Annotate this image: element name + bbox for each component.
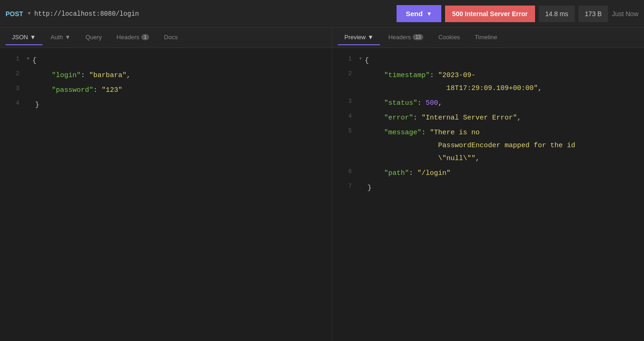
line-number-1: 1 (6, 54, 19, 62)
line-content-3: "password": "123" (35, 84, 326, 97)
tab-query[interactable]: Query (79, 30, 108, 45)
size-badge: 173 B (578, 6, 608, 22)
method-dropdown-arrow[interactable]: ▼ (28, 11, 30, 16)
tab-response-headers-badge: 13 (413, 34, 423, 40)
resp-line-num-7: 7 (338, 182, 352, 190)
tab-json[interactable]: JSON ▼ (6, 30, 42, 45)
send-dropdown-arrow: ▼ (427, 11, 432, 17)
line-number-4: 4 (6, 99, 19, 107)
tab-auth[interactable]: Auth ▼ (44, 30, 78, 45)
right-tab-bar: Preview ▼ Headers 13 Cookies Timeline (332, 28, 644, 48)
resp-arrow-4 (359, 112, 365, 119)
timing-badge: 14.8 ms (539, 6, 575, 22)
resp-line-3: 3 "status": 500, (332, 96, 644, 111)
resp-line-5: 5 "message": "There is no PasswordEncode… (332, 126, 644, 166)
line-number-3: 3 (6, 84, 19, 92)
tab-preview-arrow: ▼ (367, 34, 373, 41)
resp-content-3: "status": 500, (367, 97, 638, 110)
resp-line-1: 1 ▼ { (332, 54, 644, 68)
code-line-3: 3 "password": "123" (0, 83, 332, 98)
resp-collapse-arrow-1[interactable]: ▼ (359, 54, 362, 61)
request-body-editor[interactable]: 1 ▼ { 2 "login": "barbara", 3 (0, 48, 332, 341)
resp-arrow-6 (359, 167, 365, 174)
code-line-4: 4 } (0, 98, 332, 113)
line-content-2: "login": "barbara", (35, 69, 326, 82)
right-panel: Preview ▼ Headers 13 Cookies Timeline 1 … (332, 28, 644, 341)
resp-line-4: 4 "error": "Internal Server Error", (332, 111, 644, 126)
tab-preview-label: Preview (344, 34, 366, 41)
status-code: 500 (452, 10, 463, 18)
line-arrow-2 (27, 69, 32, 76)
resp-content-4: "error": "Internal Server Error", (367, 112, 638, 125)
left-tab-bar: JSON ▼ Auth ▼ Query Headers 1 Docs (0, 28, 332, 48)
line-content-4: } (35, 99, 326, 112)
resp-line-6: 6 "path": "/login" (332, 166, 644, 181)
tab-cookies[interactable]: Cookies (432, 30, 466, 45)
tab-response-headers-label: Headers (388, 34, 411, 41)
resp-content-7: } (367, 182, 638, 195)
resp-arrow-5 (359, 126, 365, 133)
response-preview-area: 1 ▼ { 2 "timestamp": "2023-09- 18T17:29:… (332, 48, 644, 341)
line-arrow-4 (27, 99, 32, 106)
resp-line-num-5: 5 (338, 126, 352, 134)
collapse-arrow-1[interactable]: ▼ (27, 54, 30, 61)
resp-line-num-4: 4 (338, 112, 352, 120)
tab-auth-label: Auth (51, 34, 63, 41)
method-label: POST (6, 10, 23, 18)
tab-cookies-label: Cookies (438, 34, 460, 41)
tab-auth-arrow: ▼ (65, 34, 71, 41)
send-button[interactable]: Send ▼ (397, 5, 441, 22)
line-content-1: { (32, 54, 326, 67)
tab-docs[interactable]: Docs (157, 30, 184, 45)
tab-json-arrow: ▼ (30, 34, 36, 41)
tab-json-label: JSON (12, 34, 28, 41)
code-line-1: 1 ▼ { (0, 54, 332, 68)
resp-arrow-2 (359, 69, 365, 76)
line-arrow-3 (27, 84, 32, 91)
resp-content-1: { (365, 54, 638, 67)
code-line-2: 2 "login": "barbara", (0, 68, 332, 83)
resp-content-6: "path": "/login" (367, 167, 638, 180)
send-label: Send (406, 10, 423, 18)
tab-timeline[interactable]: Timeline (468, 30, 504, 45)
tab-query-label: Query (85, 34, 102, 41)
timestamp-label: Just Now (612, 10, 638, 18)
resp-content-2: "timestamp": "2023-09- 18T17:29:09.109+0… (367, 69, 638, 95)
line-number-2: 2 (6, 69, 19, 77)
left-panel: JSON ▼ Auth ▼ Query Headers 1 Docs 1 ▼ (0, 28, 332, 341)
tab-response-headers[interactable]: Headers 13 (382, 30, 430, 45)
status-badge: 500 Internal Server Error (445, 6, 535, 22)
url-display: http://localhost:8080/login (34, 10, 393, 18)
resp-line-num-2: 2 (338, 69, 352, 77)
toolbar: POST ▼ http://localhost:8080/login Send … (0, 0, 644, 28)
tab-headers[interactable]: Headers 1 (110, 30, 156, 45)
resp-content-5: "message": "There is no PasswordEncoder … (367, 126, 638, 165)
tab-timeline-label: Timeline (475, 34, 497, 41)
resp-line-7: 7 } (332, 181, 644, 196)
status-text: Internal Server Error (465, 10, 528, 18)
main-layout: JSON ▼ Auth ▼ Query Headers 1 Docs 1 ▼ (0, 28, 644, 341)
resp-line-2: 2 "timestamp": "2023-09- 18T17:29:09.109… (332, 68, 644, 96)
tab-preview[interactable]: Preview ▼ (338, 30, 380, 45)
resp-arrow-7 (359, 182, 365, 189)
resp-line-num-3: 3 (338, 97, 352, 105)
tab-headers-label: Headers (117, 34, 139, 41)
resp-arrow-3 (359, 97, 365, 104)
tab-docs-label: Docs (164, 34, 178, 41)
resp-line-num-1: 1 (338, 54, 352, 62)
resp-line-num-6: 6 (338, 167, 352, 175)
tab-headers-badge: 1 (141, 34, 150, 40)
